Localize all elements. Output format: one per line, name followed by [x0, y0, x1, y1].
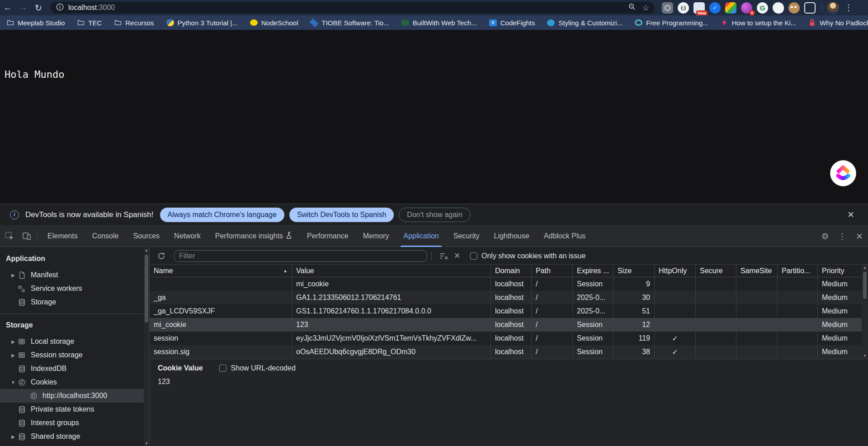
column-header-expires[interactable]: Expires ... — [573, 265, 613, 277]
scroll-down-icon[interactable]: ▼ — [144, 441, 149, 446]
scroll-up-icon[interactable]: ▲ — [862, 266, 868, 270]
tab-sources[interactable]: Sources — [126, 226, 167, 247]
bookmark-star-icon[interactable]: ☆ — [642, 3, 649, 13]
infobar-close-icon[interactable]: ✕ — [841, 209, 861, 220]
site-info-icon[interactable] — [56, 3, 64, 12]
tab-network[interactable]: Network — [167, 226, 208, 247]
sidebar-item-shared-storage[interactable]: ▶Shared storage — [0, 430, 144, 443]
sidebar-item-indexeddb[interactable]: IndexedDB — [0, 362, 144, 375]
match-chrome-language-button[interactable]: Always match Chrome's language — [160, 208, 284, 222]
sidebar-item-manifest[interactable]: ▶Manifest — [0, 268, 144, 282]
cell-priority: Medium — [818, 318, 862, 332]
cookie-row-mi-cookie[interactable]: mi_cookielocalhost/Session9Medium — [150, 277, 868, 291]
chevron-right-icon[interactable]: ▶ — [9, 273, 17, 278]
sidebar-item-http-localhost-3000[interactable]: http://localhost:3000 — [0, 389, 144, 403]
chevron-right-icon[interactable]: ▶ — [9, 339, 17, 344]
back-icon[interactable]: ← — [0, 3, 15, 13]
cookie-row-session-sig[interactable]: session.sigoOsAEEDUbq6cgvgjE8DRg_ODm30lo… — [150, 345, 868, 359]
device-toolbar-icon[interactable] — [19, 228, 34, 244]
webstore-extension-icon[interactable] — [725, 2, 736, 14]
colorzilla-extension-icon[interactable]: x — [741, 2, 752, 14]
settings-gear-icon[interactable]: ⚙ — [816, 231, 834, 242]
table-scroll-thumb[interactable] — [863, 272, 867, 299]
column-header-priority[interactable]: Priority — [818, 265, 862, 277]
bookmark-codefights[interactable]: VCodeFights — [489, 19, 535, 27]
bookmark-why-no-padlock[interactable]: Why No Padlock? — [808, 19, 868, 27]
new-extension-icon[interactable]: New — [693, 2, 705, 14]
bookmark-how-to-setup-the-ki[interactable]: How to setup the Ki... — [721, 19, 797, 27]
bookmark-styling-customizi[interactable]: Styling & Customizi... — [547, 19, 623, 27]
scroll-down-icon[interactable]: ▼ — [862, 354, 868, 358]
bookmark-free-programming[interactable]: Free Programming... — [635, 19, 708, 27]
chevron-right-icon[interactable]: ▶ — [9, 434, 17, 439]
cookie-row-ga[interactable]: _gaGA1.1.2133506012.1706214761localhost/… — [150, 291, 868, 304]
sidebar-scroll-thumb[interactable] — [145, 255, 148, 323]
tab-security[interactable]: Security — [446, 226, 487, 247]
sidebar-item-session-storage[interactable]: ▶Session storage — [0, 348, 144, 362]
bookmark-tiobe-software-tio[interactable]: TIOBE Software: Tio... — [310, 19, 389, 27]
column-header-secure[interactable]: Secure — [696, 265, 736, 277]
sidebar-item-cookies[interactable]: ▼Cookies — [0, 375, 144, 389]
hubspot-extension-icon[interactable] — [662, 2, 673, 14]
sidebar-item-local-storage[interactable]: ▶Local storage — [0, 335, 144, 348]
tab-console[interactable]: Console — [85, 226, 126, 247]
tab-performance[interactable]: Performance — [300, 226, 356, 247]
column-header-size[interactable]: Size — [613, 265, 655, 277]
column-header-partitio[interactable]: Partitio... — [778, 265, 818, 277]
clipboard-extension-icon[interactable] — [804, 2, 816, 14]
column-header-domain[interactable]: Domain — [491, 265, 532, 277]
tab-lighthouse[interactable]: Lighthouse — [487, 226, 537, 247]
clickup-widget-icon[interactable] — [830, 160, 857, 187]
profile-avatar[interactable] — [827, 2, 839, 14]
grammarly-extension-icon[interactable]: G — [757, 2, 768, 14]
delete-all-icon[interactable]: ✕ — [450, 251, 464, 261]
tab-application[interactable]: Application — [396, 226, 446, 247]
bookmark-meeplab-studio[interactable]: Meeplab Studio — [6, 19, 65, 27]
sidebar-item-service-workers[interactable]: ⚙⚙Service workers — [0, 282, 144, 295]
bookmark-tec[interactable]: TEC — [77, 19, 102, 27]
inspect-element-icon[interactable] — [2, 228, 17, 244]
tab-memory[interactable]: Memory — [356, 226, 396, 247]
bookmark-recursos[interactable]: Recursos — [114, 19, 154, 27]
sidebar-item-storage[interactable]: Storage — [0, 295, 144, 309]
dont-show-again-button[interactable]: Don't show again — [399, 208, 470, 222]
tab-elements[interactable]: Elements — [40, 226, 85, 247]
scroll-up-icon[interactable]: ▲ — [144, 248, 149, 252]
tab-adblock-plus[interactable]: Adblock Plus — [537, 226, 593, 247]
table-scrollbar[interactable]: ▲ ▼ — [862, 265, 868, 359]
duck-extension-icon[interactable] — [773, 2, 784, 14]
browser-menu-icon[interactable]: ⋮ — [844, 3, 853, 13]
tab-performance-insights[interactable]: Performance insights — [208, 226, 300, 247]
verified-extension-icon[interactable]: ✓ — [709, 2, 721, 14]
owl-extension-icon[interactable] — [788, 2, 800, 14]
bookmark-nodeschool[interactable]: NodeSchool — [250, 19, 298, 27]
url-decoded-checkbox[interactable] — [219, 365, 226, 372]
column-header-httponly[interactable]: HttpOnly — [655, 265, 696, 277]
column-header-samesite[interactable]: SameSite — [736, 265, 778, 277]
reload-icon[interactable]: ↻ — [31, 3, 46, 13]
cookie-row-ga-lcdv59sxjf[interactable]: _ga_LCDV59SXJFGS1.1.1706214760.1.1.17062… — [150, 304, 868, 318]
column-header-path[interactable]: Path — [532, 265, 573, 277]
issue-filter-checkbox[interactable] — [470, 252, 477, 260]
bookmark-builtwith-web-tech[interactable]: BuiltWith Web Tech... — [401, 19, 477, 27]
sidebar-scrollbar[interactable]: ▲ ▼ — [144, 247, 149, 446]
sidebar-item-private-state-tokens[interactable]: Private state tokens — [0, 403, 144, 416]
refresh-icon[interactable] — [155, 252, 168, 260]
address-bar[interactable]: localhost:3000 ☆ — [51, 2, 655, 14]
column-header-name[interactable]: Name▲ — [150, 265, 292, 277]
json-extension-icon[interactable]: {;} — [678, 2, 689, 14]
clear-filter-icon[interactable] — [437, 252, 450, 260]
chevron-down-icon[interactable]: ▼ — [9, 380, 17, 385]
cookie-row-session[interactable]: sessioneyJjc3JmU2VjcmV0IjoiXzlVSm1TemVsT… — [150, 332, 868, 345]
devtools-close-icon[interactable]: ✕ — [851, 231, 868, 242]
forward-icon[interactable]: → — [15, 3, 31, 13]
devtools-menu-icon[interactable]: ⋮ — [834, 231, 851, 242]
filter-input[interactable] — [174, 250, 427, 262]
switch-devtools-spanish-button[interactable]: Switch DevTools to Spanish — [289, 208, 394, 222]
column-header-value[interactable]: Value — [292, 265, 491, 277]
chevron-right-icon[interactable]: ▶ — [9, 353, 17, 358]
zoom-icon[interactable] — [628, 3, 636, 13]
cookie-row-mi-cookie[interactable]: mi_cookie123localhost/Session12Medium — [150, 318, 868, 332]
sidebar-item-interest-groups[interactable]: Interest groups — [0, 416, 144, 430]
bookmark-python-3-tutorial[interactable]: Python 3 Tutorial |... — [166, 19, 238, 27]
